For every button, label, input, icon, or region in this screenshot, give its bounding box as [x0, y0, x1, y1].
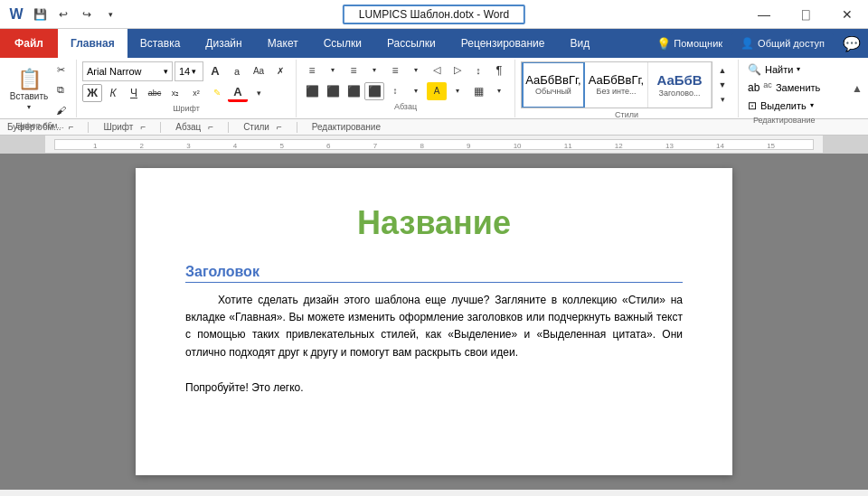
- tab-insert[interactable]: Вставка: [127, 29, 193, 58]
- document-area: Название Заголовок Хотите сделать дизайн…: [0, 154, 868, 490]
- shading-dropdown-icon[interactable]: ▾: [448, 82, 467, 100]
- paste-dropdown-icon: ▾: [27, 103, 31, 111]
- borders-dropdown-icon[interactable]: ▾: [489, 82, 509, 100]
- font-dropdown-icon: ▾: [164, 67, 168, 76]
- clear-format-button[interactable]: ✗: [270, 62, 290, 80]
- format-painter-button[interactable]: 🖌: [51, 101, 71, 119]
- style-no-spacing-preview: АаБбВвГг,: [589, 73, 644, 88]
- select-icon: ⊡: [748, 99, 757, 112]
- show-formatting-button[interactable]: ¶: [489, 61, 509, 80]
- bold-button[interactable]: Ж: [82, 84, 102, 102]
- font-size-increase-button[interactable]: A: [205, 62, 225, 80]
- align-center-button[interactable]: ⬛: [323, 82, 343, 100]
- word-logo-icon: W: [7, 5, 25, 23]
- redo-icon[interactable]: ↪: [78, 5, 96, 23]
- find-button[interactable]: 🔍 Найти ▾: [744, 61, 824, 78]
- change-case-button[interactable]: Aa: [249, 62, 269, 80]
- paragraph-group-label-bar: Абзац ⌐: [175, 122, 213, 132]
- style-normal-preview: АаБбВвГг,: [525, 73, 580, 88]
- collapse-ribbon-button[interactable]: ▲: [852, 82, 863, 95]
- style-no-spacing[interactable]: АаБбВвГг, Без инте...: [585, 61, 648, 108]
- strikethrough-button[interactable]: abc: [145, 84, 165, 102]
- align-right-button[interactable]: ⬛: [344, 82, 363, 100]
- superscript-button[interactable]: x²: [186, 84, 206, 102]
- select-button[interactable]: ⊡ Выделить ▾: [744, 98, 824, 114]
- tab-layout[interactable]: Макет: [255, 29, 311, 58]
- shading-button[interactable]: A: [427, 82, 447, 100]
- quick-access-toolbar: W 💾 ↩ ↪ ▾: [0, 5, 119, 23]
- text-highlight-button[interactable]: ✎: [207, 84, 227, 102]
- italic-button[interactable]: К: [103, 84, 123, 102]
- tab-references[interactable]: Ссылки: [311, 29, 374, 58]
- borders-button[interactable]: ▦: [468, 82, 488, 100]
- underline-button[interactable]: Ч: [124, 84, 144, 102]
- editing-group: 🔍 Найти ▾ ab ac Заменить ⊡ Выделить ▾: [739, 60, 829, 117]
- find-dropdown-icon: ▾: [797, 65, 800, 73]
- document-heading: Заголовок: [185, 264, 683, 283]
- increase-indent-button[interactable]: ▷: [448, 61, 467, 80]
- ribbon-groups-labels: Буфер обм... ⌐ Шрифт ⌐ Абзац ⌐ Стили ⌐ Р…: [0, 119, 868, 136]
- subscript-button[interactable]: x₂: [165, 84, 185, 102]
- numbering-button[interactable]: ≡: [344, 61, 363, 80]
- font-dialog-icon[interactable]: ⌐: [140, 122, 146, 132]
- tab-home[interactable]: Главная: [58, 29, 127, 58]
- multilevel-dropdown-icon[interactable]: ▾: [406, 61, 426, 80]
- share-button[interactable]: 👤 Общий доступ: [731, 33, 834, 53]
- editing-group-label-bar: Редактирование: [312, 122, 381, 132]
- customize-qa-icon[interactable]: ▾: [101, 5, 119, 23]
- style-heading1[interactable]: АаБбВ Заголово...: [648, 61, 712, 108]
- font-label: Шрифт: [82, 104, 290, 113]
- sort-button[interactable]: ↕: [468, 61, 488, 80]
- justify-button[interactable]: ⬛: [364, 82, 384, 100]
- copy-button[interactable]: ⧉: [51, 81, 71, 99]
- replace-button[interactable]: ab ac Заменить: [744, 80, 824, 96]
- editing-label: Редактирование: [744, 116, 824, 125]
- minimize-button[interactable]: —: [743, 0, 785, 29]
- styles-scroll-up-button[interactable]: ▲: [712, 63, 732, 78]
- font-group: Arial Narrow ▾ 14 ▾ A a Aa ✗ Ж К Ч: [77, 60, 297, 117]
- font-name-selector[interactable]: Arial Narrow ▾: [82, 61, 173, 81]
- undo-icon[interactable]: ↩: [54, 5, 72, 23]
- multilevel-button[interactable]: ≡: [385, 61, 405, 80]
- line-spacing-dropdown-icon[interactable]: ▾: [406, 82, 426, 100]
- paragraph-dialog-icon[interactable]: ⌐: [208, 122, 213, 132]
- tab-review[interactable]: Рецензирование: [448, 29, 558, 58]
- font-size-decrease-button[interactable]: a: [227, 62, 247, 80]
- cut-button[interactable]: ✂: [51, 61, 71, 80]
- font-color-dropdown-icon[interactable]: ▾: [249, 84, 269, 102]
- font-size-dropdown-icon: ▾: [192, 67, 196, 76]
- comment-icon[interactable]: 💬: [843, 35, 861, 52]
- decrease-indent-button[interactable]: ◁: [427, 61, 447, 80]
- bullets-dropdown-icon[interactable]: ▾: [323, 61, 343, 80]
- find-icon: 🔍: [748, 63, 761, 76]
- tab-mailings[interactable]: Рассылки: [374, 29, 448, 58]
- ribbon-tabs-bar: Файл Главная Вставка Дизайн Макет Ссылки…: [0, 29, 868, 58]
- document-page: Название Заголовок Хотите сделать дизайн…: [136, 168, 732, 475]
- styles-scroll-down-button[interactable]: ▼: [712, 78, 732, 92]
- text-color-button[interactable]: A: [228, 84, 248, 102]
- restore-button[interactable]: ⎕: [785, 0, 826, 29]
- font-group-label-bar: Шрифт ⌐: [103, 122, 146, 132]
- style-normal[interactable]: АаБбВвГг, Обычный: [522, 61, 585, 108]
- tab-design[interactable]: Дизайн: [193, 29, 254, 58]
- style-normal-label: Обычный: [535, 87, 571, 96]
- document-title: LUMPICS Шаблон.dotx - Word: [343, 5, 525, 24]
- tab-view[interactable]: Вид: [557, 29, 602, 58]
- bullets-button[interactable]: ≡: [302, 61, 322, 80]
- save-icon[interactable]: 💾: [31, 5, 49, 23]
- font-size-selector[interactable]: 14 ▾: [175, 61, 203, 81]
- align-left-button[interactable]: ⬛: [302, 82, 322, 100]
- close-button[interactable]: ✕: [826, 0, 868, 29]
- styles-more-button[interactable]: ▾: [712, 92, 732, 107]
- paste-icon: 📋: [17, 70, 42, 89]
- ruler: 123456789101112131415: [0, 136, 868, 154]
- paste-button[interactable]: 📋 Вставить ▾: [9, 67, 49, 114]
- line-spacing-button[interactable]: ↕: [385, 82, 405, 100]
- document-body2-paragraph[interactable]: Попробуйте! Это легко.: [185, 379, 683, 397]
- paragraph-group: ≡ ▾ ≡ ▾ ≡ ▾ ◁ ▷ ↕ ¶ ⬛ ⬛ ⬛ ⬛ ↕ ▾: [297, 60, 515, 117]
- document-body-paragraph[interactable]: Хотите сделать дизайн этого шаблона еще …: [185, 292, 683, 361]
- tab-file[interactable]: Файл: [0, 29, 58, 58]
- help-button[interactable]: 💡 Помощник: [656, 37, 722, 51]
- styles-dialog-icon[interactable]: ⌐: [277, 122, 282, 132]
- numbering-dropdown-icon[interactable]: ▾: [364, 61, 384, 80]
